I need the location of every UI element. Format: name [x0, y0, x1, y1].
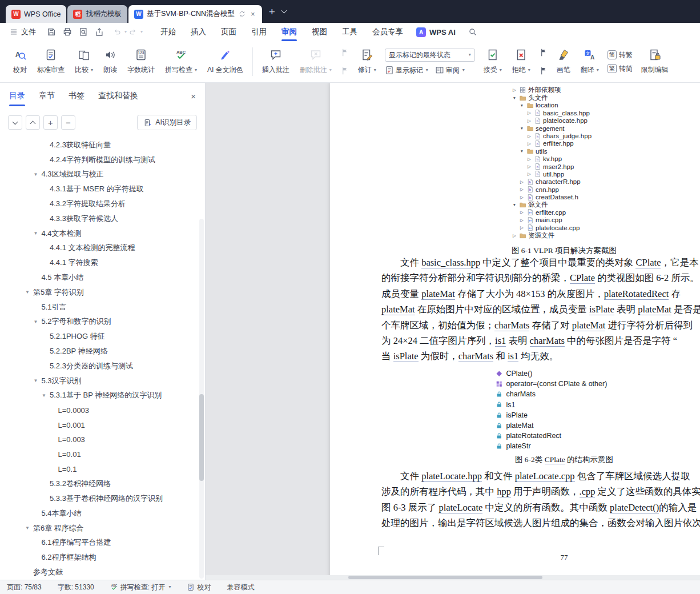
menu-tab[interactable]: 引用 [250, 23, 268, 41]
toc-item[interactable]: 参考文献 [0, 565, 205, 580]
document-tab[interactable]: WWPS Office [6, 5, 66, 23]
page-indicator[interactable]: 页面: 75/83 [7, 583, 42, 592]
ribbon-button[interactable]: 比较▾ [71, 46, 97, 78]
ribbon-button[interactable]: 画笔 [553, 46, 574, 78]
ribbon-button[interactable]: 接受▾ [480, 46, 506, 78]
collapse-all-button[interactable] [8, 115, 22, 130]
proofread-status[interactable]: 校对 [187, 583, 211, 592]
document-area[interactable]: ▷外部依赖项▾头文件▾location▷hbasic_class.hpp▷hpl… [206, 83, 700, 580]
print-button[interactable] [62, 27, 73, 37]
toc-item[interactable]: 5.4本章小结 [0, 506, 205, 521]
word-count[interactable]: 字数: 51330 [58, 583, 94, 592]
expand-triangle-icon[interactable]: ▼ [25, 525, 33, 531]
toc-item[interactable]: 4.2.4字符判断模型的训练与测试 [0, 152, 205, 167]
toc-item[interactable]: ▼5.2字母和数字的识别 [0, 315, 205, 330]
ribbon-button[interactable]: 拒绝▾ [508, 46, 534, 78]
toc-item[interactable]: 6.1程序编写平台搭建 [0, 536, 205, 551]
menu-tab[interactable]: 工具 [341, 23, 359, 41]
ribbon-button[interactable]: 朗读 [99, 46, 121, 78]
document-page[interactable]: ▷外部依赖项▾头文件▾location▷hbasic_class.hpp▷hpl… [330, 83, 700, 580]
tab-list-chevron-icon[interactable] [281, 8, 287, 14]
toc-item[interactable]: 4.4.1 字符搜索 [0, 255, 205, 270]
zoom-in-button[interactable]: + [43, 115, 58, 130]
save-button[interactable] [46, 27, 57, 37]
ribbon-button[interactable]: ABC拼写检查▾ [161, 46, 201, 78]
wps-ai-button[interactable]: A WPS AI [416, 27, 456, 37]
toc-item[interactable]: 5.2.3分类器的训练与测试 [0, 359, 205, 374]
sidebar-tab[interactable]: 书签 [69, 83, 85, 109]
toc-item[interactable]: 5.2.2BP 神经网络 [0, 344, 205, 359]
ribbon-button[interactable]: 限制编辑 [637, 46, 673, 78]
ribbon-button[interactable]: 简转繁 [608, 50, 633, 60]
sidebar-scrollbar-thumb[interactable] [199, 394, 204, 481]
menu-tab[interactable]: 页面 [220, 23, 238, 41]
figure-class-diagram[interactable]: CPlate()operator=(const CPlate & other)c… [496, 368, 607, 452]
document-tab[interactable]: 稻找稻壳模板 [67, 5, 127, 23]
toc-item[interactable]: 4.4.1 文本检测的完整流程 [0, 241, 205, 256]
export-button[interactable] [94, 27, 104, 37]
tab-close-icon[interactable]: × [250, 10, 256, 18]
ribbon-button[interactable]: 插入批注 [258, 46, 293, 78]
toc-item[interactable]: 5.1引言 [0, 300, 205, 315]
toc-item[interactable]: L=0.003 [0, 432, 205, 447]
toc-item[interactable]: 4.3.3获取字符候选人 [0, 211, 205, 226]
expand-triangle-icon[interactable]: ▼ [34, 172, 42, 177]
sidebar-tab[interactable]: 目录 [9, 83, 25, 109]
ribbon-button[interactable]: AI 全文润色 [203, 46, 247, 78]
sidebar-tab[interactable]: 查找和替换 [98, 83, 138, 109]
ribbon-button[interactable]: 标准审查 [33, 46, 69, 78]
toc-item[interactable]: 4.5 本章小结 [0, 270, 205, 285]
ribbon-button[interactable]: 显示标记▾ [385, 66, 428, 75]
next-revision-button[interactable] [538, 65, 549, 77]
ribbon-button[interactable]: 文A翻译▾ [577, 46, 603, 78]
ribbon-button[interactable]: 修订▾ [354, 46, 380, 78]
toc-item[interactable]: ▼5.3汉字识别 [0, 374, 205, 388]
toc-item[interactable]: 6.2程序框架结构 [0, 550, 205, 565]
file-menu-button[interactable]: 文件 [7, 27, 38, 37]
toc-item[interactable]: 5.2.1PHOG 特征 [0, 329, 205, 344]
menu-tab[interactable]: 视图 [311, 23, 328, 41]
toc-item[interactable]: 4.3.1基于 MSER 的字符提取 [0, 182, 205, 196]
toc-item[interactable]: ▼第6章 程序综合 [0, 521, 205, 536]
toc-item[interactable]: L=0.0003 [0, 403, 205, 418]
menu-tab[interactable]: 会员专享 [371, 23, 404, 41]
expand-triangle-icon[interactable]: ▼ [34, 378, 42, 383]
expand-triangle-icon[interactable]: ▼ [34, 231, 42, 236]
compat-mode[interactable]: 兼容模式 [227, 583, 254, 592]
document-tab[interactable]: W基于SVM-BP-CNN混合模型× [128, 5, 262, 23]
expand-triangle-icon[interactable]: ▼ [42, 393, 50, 398]
print-preview-button[interactable] [78, 27, 88, 37]
figure-solution-tree[interactable]: ▷外部依赖项▾头文件▾location▷hbasic_class.hpp▷hpl… [512, 86, 592, 239]
toc-item[interactable]: ▼4.3区域提取与校正 [0, 167, 205, 182]
toc-item[interactable]: ▼5.3.1基于 BP 神经网络的汉字识别 [0, 388, 205, 403]
prev-revision-button[interactable] [538, 47, 549, 58]
toc-item[interactable]: L=0.1 [0, 462, 205, 477]
new-tab-button[interactable]: + [269, 6, 275, 17]
toc-item[interactable]: 5.3.2卷积神经网络 [0, 476, 205, 491]
toc-item[interactable]: L=0.01 [0, 447, 205, 462]
sidebar-tab[interactable]: 章节 [39, 83, 55, 109]
markup-state-select[interactable]: 显示标记的最终状态▾ [385, 49, 475, 62]
toc-item[interactable]: 4.2.3获取特征向量 [0, 138, 205, 152]
toc-item[interactable]: 5.3.3基于卷积神经网络的汉字识别 [0, 491, 205, 506]
ribbon-button[interactable]: 123字数统计 [123, 46, 159, 78]
zoom-out-button[interactable]: − [61, 115, 75, 130]
sidebar-close-icon[interactable]: × [191, 91, 196, 101]
toc-item[interactable]: ▼4.4文本检测 [0, 226, 205, 241]
menu-tab[interactable]: 插入 [190, 23, 207, 41]
toc-item[interactable]: 4.3.2字符提取结果分析 [0, 196, 205, 211]
ribbon-button[interactable]: 繁转简 [608, 64, 633, 74]
menu-tab[interactable]: 开始 [159, 23, 177, 41]
toc-item[interactable]: L=0.001 [0, 418, 205, 432]
ribbon-button[interactable]: A校对 [9, 46, 31, 78]
expand-triangle-icon[interactable]: ▼ [34, 319, 42, 324]
ribbon-button[interactable]: 审阅▾ [435, 66, 465, 75]
toc-item[interactable]: ▼第5章 字符识别 [0, 285, 205, 300]
search-button[interactable] [468, 27, 477, 37]
expand-triangle-icon[interactable]: ▼ [25, 290, 33, 295]
menu-tab[interactable]: 审阅 [280, 23, 298, 41]
horizontal-scrollbar-thumb[interactable] [348, 576, 542, 579]
horizontal-scrollbar[interactable] [206, 575, 700, 580]
ai-toc-button[interactable]: AI识别目录 [137, 115, 197, 130]
expand-all-button[interactable] [26, 115, 40, 130]
